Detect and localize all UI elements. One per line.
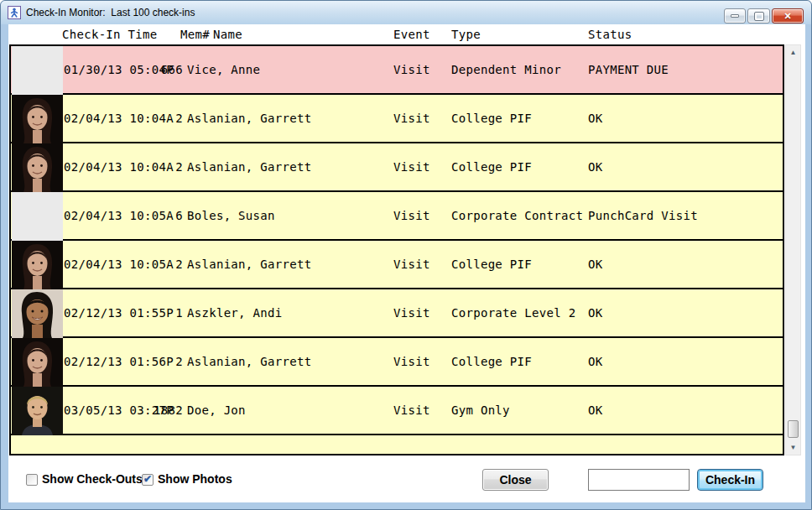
member-name-cell: Boles, Susan: [187, 209, 275, 222]
member-number-cell: 1: [134, 306, 183, 320]
close-button[interactable]: Close: [482, 469, 549, 491]
member-number-cell: 6: [134, 209, 183, 222]
member-photo-woman-dark-hair: [12, 143, 63, 192]
column-header-status: Status: [588, 28, 632, 43]
show-checkouts-checkbox[interactable]: ✔: [26, 474, 38, 486]
content-area: Check-In Time Mem# Name Event Type Statu…: [8, 24, 805, 502]
member-name-cell: Aslanian, Garrett: [187, 355, 311, 368]
type-cell: College PIF: [451, 258, 532, 271]
checkmark-icon: ✔: [143, 474, 152, 484]
status-cell: OK: [588, 258, 602, 271]
column-header-mem-number: Mem#: [180, 28, 210, 43]
minimize-icon: [731, 14, 739, 18]
member-photo-woman-dark-hair: [12, 95, 63, 143]
member-name-cell: Aslanian, Garrett: [187, 112, 311, 125]
checkin-monitor-window: Check-In Monitor: Last 100 check-ins ✕ C…: [0, 0, 812, 510]
vertical-scrollbar[interactable]: ▲ ▼: [785, 44, 801, 455]
checkin-table: 01/30/13 05:04P 666 Vice, Anne Visit Dep…: [9, 44, 784, 455]
column-header-name: Name: [213, 28, 242, 43]
app-icon: [8, 6, 21, 19]
partial-next-row: [11, 449, 783, 454]
member-photo-man-blond: [12, 387, 63, 435]
scrollbar-thumb[interactable]: [788, 420, 799, 438]
checkin-row[interactable]: 02/04/13 10:04A 2 Aslanian, Garrett Visi…: [11, 143, 783, 192]
checkin-row[interactable]: 03/05/13 03:27P 1882 Doe, Jon Visit Gym …: [11, 387, 783, 435]
checkin-row[interactable]: 02/04/13 10:05A 6 Boles, Susan Visit Cor…: [11, 192, 783, 241]
status-cell: PAYMENT DUE: [588, 63, 669, 76]
checkin-row[interactable]: 02/04/13 10:05A 2 Aslanian, Garrett Visi…: [11, 241, 783, 289]
event-cell: Visit: [393, 258, 430, 271]
member-number-cell: 2: [134, 112, 183, 125]
column-header-event: Event: [393, 28, 430, 43]
titlebar[interactable]: Check-In Monitor: Last 100 check-ins ✕: [1, 1, 811, 24]
status-cell: OK: [588, 160, 602, 174]
member-number-cell: 1882: [134, 403, 183, 417]
type-cell: Corporate Contract: [451, 209, 583, 222]
show-photos-checkbox[interactable]: ✔: [142, 474, 154, 486]
type-cell: College PIF: [451, 355, 532, 368]
member-number-cell: 2: [134, 355, 183, 368]
type-cell: Gym Only: [451, 403, 510, 417]
member-name-cell: Aszkler, Andi: [187, 306, 282, 320]
event-cell: Visit: [393, 355, 430, 368]
member-search-input[interactable]: [588, 469, 690, 491]
scroll-down-button[interactable]: ▼: [786, 440, 800, 455]
event-cell: Visit: [393, 209, 430, 222]
scroll-up-button[interactable]: ▲: [786, 45, 800, 60]
type-cell: College PIF: [451, 112, 532, 125]
show-checkouts-label[interactable]: Show Check-Outs: [42, 472, 143, 486]
status-cell: OK: [588, 112, 602, 125]
member-photo-empty: [12, 192, 63, 241]
member-number-cell: 2: [134, 258, 183, 271]
close-window-button[interactable]: ✕: [772, 8, 804, 23]
member-name-cell: Doe, Jon: [187, 403, 246, 417]
event-cell: Visit: [393, 403, 430, 417]
status-cell: OK: [588, 403, 602, 417]
window-title: Check-In Monitor: Last 100 check-ins: [26, 7, 195, 18]
window-controls: ✕: [724, 8, 804, 23]
event-cell: Visit: [393, 63, 430, 76]
minimize-button[interactable]: [724, 8, 746, 23]
member-photo-woman-dark-hair: [12, 241, 63, 289]
member-photo-woman-smiling: [12, 289, 63, 338]
show-photos-label[interactable]: Show Photos: [158, 472, 232, 486]
checkin-row[interactable]: 02/12/13 01:55P 1 Aszkler, Andi Visit Co…: [11, 289, 783, 338]
maximize-button[interactable]: [747, 8, 770, 23]
type-cell: College PIF: [451, 160, 532, 174]
member-name-cell: Aslanian, Garrett: [187, 258, 311, 271]
type-cell: Dependent Minor: [451, 63, 561, 76]
status-cell: OK: [588, 306, 602, 320]
event-cell: Visit: [393, 160, 430, 174]
checkin-row[interactable]: 02/12/13 01:56P 2 Aslanian, Garrett Visi…: [11, 338, 783, 387]
check-in-button[interactable]: Check-In: [697, 469, 763, 491]
close-icon: ✕: [783, 12, 791, 21]
type-cell: Corporate Level 2: [451, 306, 575, 320]
event-cell: Visit: [393, 306, 430, 320]
maximize-icon: [755, 13, 763, 20]
member-name-cell: Aslanian, Garrett: [187, 160, 311, 174]
column-header-type: Type: [451, 28, 481, 43]
member-name-cell: Vice, Anne: [187, 63, 260, 76]
status-cell: OK: [588, 355, 602, 368]
member-photo-woman-dark-hair: [12, 338, 63, 387]
checkin-row[interactable]: 02/04/13 10:04A 2 Aslanian, Garrett Visi…: [11, 95, 783, 143]
event-cell: Visit: [393, 112, 430, 125]
status-cell: PunchCard Visit: [588, 209, 698, 222]
member-number-cell: 2: [134, 160, 183, 174]
member-photo-empty: [12, 46, 63, 95]
column-header-checkin-time: Check-In Time: [62, 28, 157, 43]
member-number-cell: 666: [134, 63, 183, 76]
checkin-row[interactable]: 01/30/13 05:04P 666 Vice, Anne Visit Dep…: [11, 46, 783, 95]
